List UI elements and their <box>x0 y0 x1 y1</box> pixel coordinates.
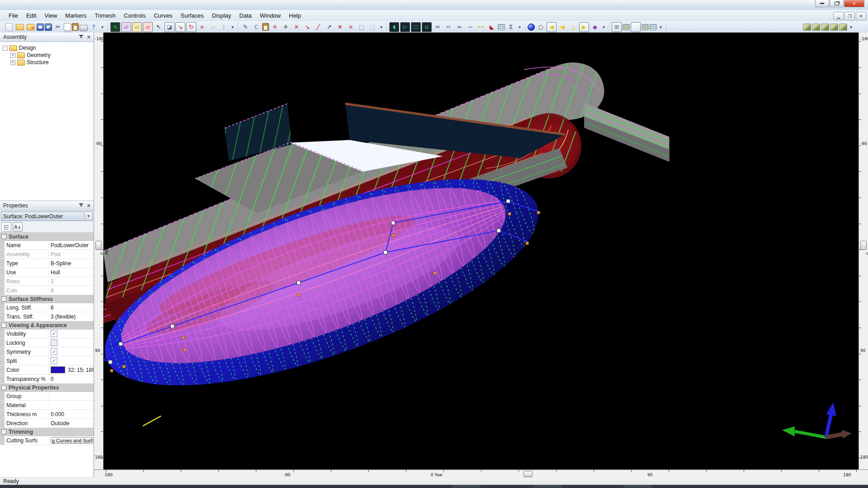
property-value[interactable]: 0.000 <box>48 411 94 418</box>
checkbox-unchecked[interactable] <box>51 339 57 346</box>
cutting-surfaces-button[interactable]: g Curves and Surfa <box>51 437 93 444</box>
property-value[interactable]: g Curves and Surfa <box>48 437 94 444</box>
property-value[interactable]: 0 <box>48 376 94 382</box>
grid-show-icon[interactable] <box>631 22 641 32</box>
visibility-more-icon[interactable]: ▾ <box>230 22 236 32</box>
property-value[interactable] <box>48 339 94 346</box>
save-file-icon[interactable] <box>37 23 44 31</box>
tree-expander-icon[interactable]: + <box>10 53 15 58</box>
viewport-canvas[interactable] <box>103 33 859 470</box>
render-sphere-icon[interactable] <box>528 23 535 31</box>
mdi-restore-button[interactable]: ❒ <box>844 12 855 20</box>
file-more-icon[interactable]: ▾ <box>99 22 105 32</box>
view-perspective-icon[interactable]: ◖ <box>389 22 399 32</box>
balloon-labels-icon[interactable]: •• <box>476 22 486 32</box>
propeller-tool-icon[interactable]: ∗ <box>197 22 207 32</box>
control-point[interactable] <box>119 342 123 346</box>
cut-icon[interactable]: ✂ <box>53 22 63 32</box>
data-table-icon[interactable] <box>498 24 505 30</box>
print-icon[interactable] <box>80 25 88 31</box>
render-more-icon[interactable]: ▾ <box>601 22 607 32</box>
tree-item-structure[interactable]: +Structure <box>3 59 94 66</box>
categorized-view-icon[interactable] <box>1 222 11 232</box>
tree-expander-icon[interactable]: - <box>3 46 8 51</box>
mass-chart-icon[interactable]: ◣ <box>487 22 497 32</box>
paste-icon[interactable] <box>72 23 79 31</box>
markers-more-icon[interactable]: ▾ <box>378 22 384 32</box>
property-value[interactable]: 8 <box>48 287 94 294</box>
property-value[interactable]: 3 (flexible) <box>48 314 94 320</box>
tree-item-geometry[interactable]: +Geometry <box>3 52 94 59</box>
stamp-rect-2-icon[interactable]: ⬚ <box>368 22 377 32</box>
menu-markers[interactable]: Markers <box>61 11 90 20</box>
copy-icon[interactable] <box>64 23 71 31</box>
collapse-icon[interactable]: - <box>1 296 6 301</box>
texture-more-icon[interactable]: ▾ <box>848 22 854 32</box>
help-icon[interactable]: ? <box>89 22 99 32</box>
control-point[interactable] <box>384 250 387 254</box>
property-value[interactable]: ✓ <box>48 330 94 337</box>
menu-curves[interactable]: Curves <box>150 11 176 20</box>
menu-edit[interactable]: Edit <box>22 11 40 20</box>
property-section-physical-properties[interactable]: -Physical Properties <box>0 384 94 392</box>
grid-fine-icon[interactable] <box>650 24 657 30</box>
mdi-close-button[interactable]: ✕ <box>856 12 866 20</box>
show-surfaces-icon[interactable]: ▱ <box>121 22 131 32</box>
window-restore-button[interactable] <box>830 0 844 7</box>
control-point[interactable] <box>170 324 174 328</box>
light-gadget-icon[interactable]: ◆ <box>590 22 600 32</box>
control-point[interactable] <box>506 199 510 203</box>
close-file-icon[interactable]: ✕ <box>27 24 35 30</box>
pencil-tool-icon[interactable]: ✎ <box>241 22 250 32</box>
save-as-icon[interactable]: ✎ <box>45 23 52 31</box>
control-point[interactable] <box>108 360 112 364</box>
delete-marker-icon[interactable]: ✕ <box>292 22 302 32</box>
texture-2-icon[interactable] <box>812 23 820 31</box>
move-surface-icon[interactable]: ↘ <box>175 22 185 32</box>
ruler-left-slider-thumb[interactable] <box>95 241 102 250</box>
property-section-trimming[interactable]: -Trimming <box>0 428 94 436</box>
coords-xx-icon[interactable]: xx <box>433 22 443 32</box>
property-value[interactable]: Pod <box>48 251 94 258</box>
color-swatch[interactable] <box>51 366 65 373</box>
grid-edit-tan-icon[interactable] <box>623 24 630 30</box>
collapse-icon[interactable]: - <box>1 385 6 390</box>
grid-edit-icon[interactable] <box>642 24 649 30</box>
show-markers-icon[interactable]: ▱ <box>132 22 142 32</box>
open-file-icon[interactable] <box>16 24 24 30</box>
bind-pole-icon[interactable]: ⋮ <box>219 22 229 32</box>
texture-3-icon[interactable] <box>821 23 829 31</box>
light-lamp-icon[interactable]: △ <box>568 22 578 32</box>
property-value[interactable]: 3 <box>48 278 94 285</box>
marker-node-icon[interactable]: ↗ <box>324 22 334 32</box>
property-value[interactable]: PodLowerOuter <box>48 242 94 249</box>
marker-x-large-icon[interactable]: ✕ <box>335 22 345 32</box>
stamp-rect-1-icon[interactable]: ⬚ <box>357 22 367 32</box>
calc-sigma-icon[interactable]: Σ <box>506 22 516 32</box>
menu-trimesh[interactable]: Trimesh <box>90 11 119 20</box>
pin-icon[interactable] <box>78 34 84 40</box>
view-body-plan-icon[interactable]: ▷ <box>400 22 410 32</box>
light-flash-icon[interactable]: ▶ <box>579 22 589 32</box>
tree-expander-icon[interactable]: + <box>10 60 15 65</box>
menu-surfaces[interactable]: Surfaces <box>176 11 208 20</box>
ruler-right-slider-thumb[interactable] <box>860 241 867 250</box>
show-trimesh-icon[interactable]: ▱ <box>143 22 153 32</box>
menu-file[interactable]: File <box>5 11 22 20</box>
menu-data[interactable]: Data <box>235 11 255 20</box>
window-minimize-button[interactable] <box>815 0 829 7</box>
marker-x-slash-icon[interactable]: ⨯ <box>346 22 356 32</box>
close-icon[interactable]: ✕ <box>86 203 92 209</box>
offsets-icon[interactable]: xx <box>443 22 453 32</box>
tree-item-design[interactable]: -Design <box>3 44 94 52</box>
collapse-icon[interactable]: - <box>1 234 6 239</box>
sheet-tool-icon[interactable]: ▱ <box>208 22 218 32</box>
trim-tool-icon[interactable]: C <box>251 22 261 32</box>
marker-slash-icon[interactable]: ╱ <box>313 22 323 32</box>
curvature-icon[interactable]: ≈ <box>454 22 464 32</box>
property-value[interactable]: Hull <box>48 269 94 276</box>
chevron-down-icon[interactable]: ▼ <box>85 212 92 220</box>
views-more-icon[interactable]: ▾ <box>517 22 523 32</box>
paste-markers-icon[interactable] <box>262 23 269 31</box>
property-section-viewing-appearance[interactable]: -Viewing & Appearance <box>0 321 94 329</box>
